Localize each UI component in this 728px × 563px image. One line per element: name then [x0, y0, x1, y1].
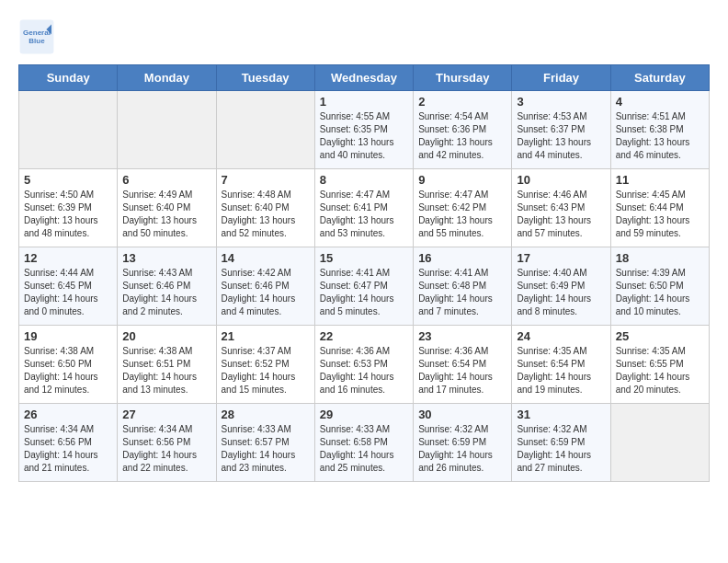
cell-content: Sunrise: 4:32 AM Sunset: 6:59 PM Dayligh… — [418, 423, 506, 475]
cell-content: Sunrise: 4:41 AM Sunset: 6:47 PM Dayligh… — [320, 267, 408, 318]
logo: General Blue — [18, 18, 59, 55]
svg-text:Blue: Blue — [28, 37, 45, 45]
day-number: 27 — [122, 408, 210, 421]
cell-content: Sunrise: 4:37 AM Sunset: 6:52 PM Dayligh… — [222, 345, 310, 396]
cell-content: Sunrise: 4:39 AM Sunset: 6:50 PM Dayligh… — [616, 267, 704, 318]
day-number: 21 — [222, 329, 310, 343]
calendar-cell: 8Sunrise: 4:47 AM Sunset: 6:41 PM Daylig… — [314, 169, 413, 247]
day-number: 11 — [616, 173, 704, 187]
day-number: 8 — [320, 173, 408, 187]
cell-content: Sunrise: 4:42 AM Sunset: 6:46 PM Dayligh… — [222, 267, 310, 318]
calendar-cell: 20Sunrise: 4:38 AM Sunset: 6:51 PM Dayli… — [118, 326, 216, 404]
cell-content: Sunrise: 4:47 AM Sunset: 6:42 PM Dayligh… — [418, 189, 506, 240]
cell-content: Sunrise: 4:47 AM Sunset: 6:41 PM Dayligh… — [320, 189, 408, 240]
week-row-1: 1Sunrise: 4:55 AM Sunset: 6:35 PM Daylig… — [19, 91, 710, 169]
calendar-table: SundayMondayTuesdayWednesdayThursdayFrid… — [18, 64, 710, 482]
day-number: 9 — [418, 173, 506, 187]
cell-content: Sunrise: 4:54 AM Sunset: 6:36 PM Dayligh… — [418, 110, 506, 162]
cell-content: Sunrise: 4:35 AM Sunset: 6:54 PM Dayligh… — [517, 345, 605, 396]
cell-content: Sunrise: 4:34 AM Sunset: 6:56 PM Dayligh… — [24, 423, 112, 475]
cell-content: Sunrise: 4:35 AM Sunset: 6:55 PM Dayligh… — [616, 345, 704, 396]
calendar-cell: 2Sunrise: 4:54 AM Sunset: 6:36 PM Daylig… — [414, 91, 512, 169]
calendar-cell — [19, 91, 118, 169]
day-header-tuesday: Tuesday — [216, 65, 314, 91]
day-number: 23 — [418, 329, 506, 343]
cell-content: Sunrise: 4:40 AM Sunset: 6:49 PM Dayligh… — [517, 267, 605, 318]
calendar-cell: 15Sunrise: 4:41 AM Sunset: 6:47 PM Dayli… — [314, 247, 413, 326]
day-number: 7 — [222, 173, 310, 187]
day-number: 12 — [24, 251, 112, 265]
calendar-cell: 13Sunrise: 4:43 AM Sunset: 6:46 PM Dayli… — [118, 247, 216, 326]
cell-content: Sunrise: 4:48 AM Sunset: 6:40 PM Dayligh… — [222, 189, 310, 240]
cell-content: Sunrise: 4:33 AM Sunset: 6:58 PM Dayligh… — [320, 423, 408, 475]
cell-content: Sunrise: 4:49 AM Sunset: 6:40 PM Dayligh… — [122, 189, 210, 240]
calendar-cell: 10Sunrise: 4:46 AM Sunset: 6:43 PM Dayli… — [512, 169, 610, 247]
calendar-cell: 16Sunrise: 4:41 AM Sunset: 6:48 PM Dayli… — [414, 247, 512, 326]
day-number: 25 — [616, 329, 704, 343]
logo-icon: General Blue — [18, 18, 55, 55]
cell-content: Sunrise: 4:36 AM Sunset: 6:53 PM Dayligh… — [320, 345, 408, 396]
cell-content: Sunrise: 4:45 AM Sunset: 6:44 PM Dayligh… — [616, 189, 704, 240]
cell-content: Sunrise: 4:50 AM Sunset: 6:39 PM Dayligh… — [24, 189, 112, 240]
day-number: 10 — [517, 173, 605, 187]
calendar-cell: 12Sunrise: 4:44 AM Sunset: 6:45 PM Dayli… — [19, 247, 118, 326]
week-row-3: 12Sunrise: 4:44 AM Sunset: 6:45 PM Dayli… — [19, 247, 710, 326]
calendar-cell: 24Sunrise: 4:35 AM Sunset: 6:54 PM Dayli… — [512, 326, 610, 404]
day-number: 31 — [517, 408, 605, 421]
cell-content: Sunrise: 4:43 AM Sunset: 6:46 PM Dayligh… — [122, 267, 210, 318]
day-number: 20 — [122, 329, 210, 343]
day-number: 4 — [616, 95, 704, 109]
day-number: 3 — [517, 95, 605, 109]
day-number: 13 — [122, 251, 210, 265]
calendar-cell — [610, 404, 709, 482]
cell-content: Sunrise: 4:46 AM Sunset: 6:43 PM Dayligh… — [517, 189, 605, 240]
calendar-cell: 1Sunrise: 4:55 AM Sunset: 6:35 PM Daylig… — [314, 91, 413, 169]
day-number: 19 — [24, 329, 112, 343]
day-number: 14 — [222, 251, 310, 265]
calendar-cell — [118, 91, 216, 169]
calendar-cell: 30Sunrise: 4:32 AM Sunset: 6:59 PM Dayli… — [414, 404, 512, 482]
calendar-cell: 26Sunrise: 4:34 AM Sunset: 6:56 PM Dayli… — [19, 404, 118, 482]
day-number: 30 — [418, 408, 506, 421]
cell-content: Sunrise: 4:55 AM Sunset: 6:35 PM Dayligh… — [320, 110, 408, 162]
day-number: 29 — [320, 408, 408, 421]
calendar-cell: 23Sunrise: 4:36 AM Sunset: 6:54 PM Dayli… — [414, 326, 512, 404]
day-number: 2 — [418, 95, 506, 109]
cell-content: Sunrise: 4:32 AM Sunset: 6:59 PM Dayligh… — [517, 423, 605, 475]
cell-content: Sunrise: 4:38 AM Sunset: 6:50 PM Dayligh… — [24, 345, 112, 396]
calendar-cell: 21Sunrise: 4:37 AM Sunset: 6:52 PM Dayli… — [216, 326, 314, 404]
day-header-wednesday: Wednesday — [314, 65, 413, 91]
calendar-cell: 5Sunrise: 4:50 AM Sunset: 6:39 PM Daylig… — [19, 169, 118, 247]
calendar-cell: 29Sunrise: 4:33 AM Sunset: 6:58 PM Dayli… — [314, 404, 413, 482]
calendar-cell — [216, 91, 314, 169]
calendar-cell: 28Sunrise: 4:33 AM Sunset: 6:57 PM Dayli… — [216, 404, 314, 482]
day-number: 26 — [24, 408, 112, 421]
calendar-cell: 14Sunrise: 4:42 AM Sunset: 6:46 PM Dayli… — [216, 247, 314, 326]
day-number: 17 — [517, 251, 605, 265]
day-number: 6 — [122, 173, 210, 187]
calendar-cell: 17Sunrise: 4:40 AM Sunset: 6:49 PM Dayli… — [512, 247, 610, 326]
cell-content: Sunrise: 4:53 AM Sunset: 6:37 PM Dayligh… — [517, 110, 605, 162]
cell-content: Sunrise: 4:41 AM Sunset: 6:48 PM Dayligh… — [418, 267, 506, 318]
day-number: 24 — [517, 329, 605, 343]
day-number: 5 — [24, 173, 112, 187]
cell-content: Sunrise: 4:44 AM Sunset: 6:45 PM Dayligh… — [24, 267, 112, 318]
cell-content: Sunrise: 4:38 AM Sunset: 6:51 PM Dayligh… — [122, 345, 210, 396]
calendar-cell: 18Sunrise: 4:39 AM Sunset: 6:50 PM Dayli… — [610, 247, 709, 326]
day-header-friday: Friday — [512, 65, 610, 91]
day-number: 22 — [320, 329, 408, 343]
day-header-saturday: Saturday — [610, 65, 709, 91]
page-header: General Blue — [18, 18, 710, 55]
calendar-cell: 27Sunrise: 4:34 AM Sunset: 6:56 PM Dayli… — [118, 404, 216, 482]
day-number: 18 — [616, 251, 704, 265]
calendar-cell: 3Sunrise: 4:53 AM Sunset: 6:37 PM Daylig… — [512, 91, 610, 169]
calendar-cell: 6Sunrise: 4:49 AM Sunset: 6:40 PM Daylig… — [118, 169, 216, 247]
day-number: 1 — [320, 95, 408, 109]
cell-content: Sunrise: 4:33 AM Sunset: 6:57 PM Dayligh… — [222, 423, 310, 475]
day-header-monday: Monday — [118, 65, 216, 91]
day-number: 28 — [222, 408, 310, 421]
day-header-row: SundayMondayTuesdayWednesdayThursdayFrid… — [19, 65, 710, 91]
cell-content: Sunrise: 4:36 AM Sunset: 6:54 PM Dayligh… — [418, 345, 506, 396]
calendar-cell: 11Sunrise: 4:45 AM Sunset: 6:44 PM Dayli… — [610, 169, 709, 247]
calendar-cell: 4Sunrise: 4:51 AM Sunset: 6:38 PM Daylig… — [610, 91, 709, 169]
